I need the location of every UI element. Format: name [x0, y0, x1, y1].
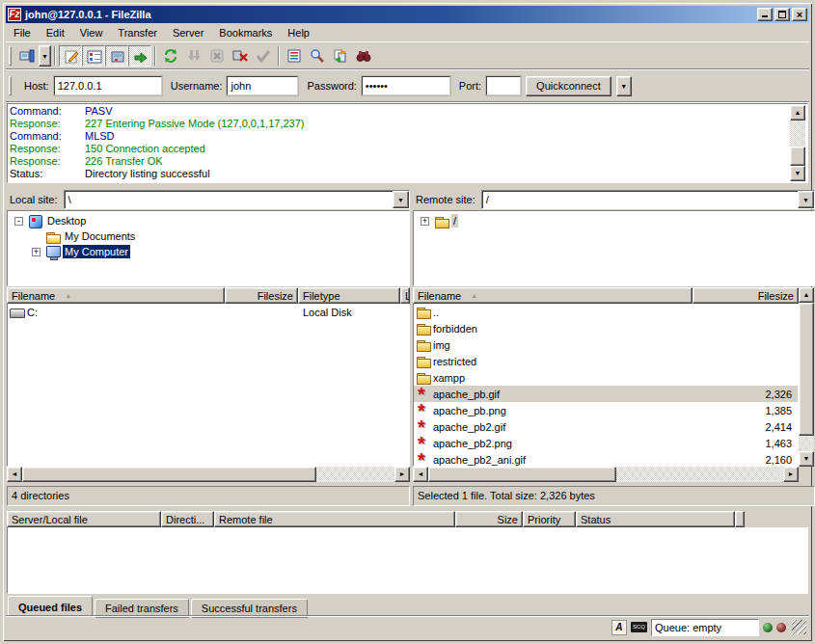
column-header-clipped[interactable]: L: [400, 287, 410, 304]
column-header-priority[interactable]: Priority: [523, 511, 576, 527]
speed-limit-badge-icon[interactable]: SCQ: [631, 622, 647, 632]
file-type: Local Disk: [299, 307, 401, 318]
scroll-thumb[interactable]: [428, 467, 616, 482]
file-row[interactable]: forbidden: [414, 320, 798, 336]
tree-expander[interactable]: -: [14, 217, 23, 226]
toggle-message-log-button[interactable]: [59, 45, 82, 67]
column-header-direction[interactable]: Directi...: [161, 511, 214, 527]
column-header-remote-file[interactable]: Remote file: [214, 511, 455, 527]
column-header-filename[interactable]: Filename▲: [413, 287, 693, 304]
remote-list-header: Filename▲ Filesize: [413, 287, 799, 304]
file-row[interactable]: restricted: [414, 353, 798, 369]
refresh-button[interactable]: [159, 45, 182, 67]
quickconnect-dropdown[interactable]: ▼: [616, 76, 632, 96]
toggle-queue-button[interactable]: [128, 45, 151, 67]
resize-grip[interactable]: [792, 620, 806, 634]
scroll-left-button[interactable]: ◄: [413, 467, 428, 482]
transfer-type-indicator-icon[interactable]: A: [611, 620, 627, 635]
close-button[interactable]: ×: [792, 8, 807, 21]
site-manager-button[interactable]: [15, 45, 39, 67]
scroll-thumb[interactable]: [799, 303, 814, 436]
reconnect-button[interactable]: [252, 45, 275, 67]
column-header-filesize[interactable]: Filesize: [693, 287, 799, 304]
file-row[interactable]: apache_pb2.png 1,463: [414, 435, 798, 451]
queue-tab[interactable]: Queued files: [8, 596, 93, 617]
maximize-button[interactable]: [774, 8, 790, 21]
transfer-queue: Server/Local file Directi... Remote file…: [7, 511, 808, 594]
filter-button[interactable]: [283, 45, 306, 67]
log-line-text: 150 Connection accepted: [85, 143, 205, 155]
scroll-right-button[interactable]: ►: [783, 467, 799, 482]
toolbar-grip[interactable]: [9, 46, 12, 66]
compare-button[interactable]: [306, 45, 329, 67]
port-input[interactable]: [486, 76, 521, 95]
file-row[interactable]: C: Local Disk: [8, 304, 409, 320]
log-line-label: Response:: [10, 118, 85, 130]
column-header-size[interactable]: Size: [455, 511, 523, 527]
toggle-local-tree-button[interactable]: [82, 45, 105, 67]
tree-expander[interactable]: +: [421, 217, 429, 226]
combo-dropdown-button[interactable]: ▼: [393, 191, 409, 208]
local-site-value: \: [65, 191, 393, 208]
password-input[interactable]: [362, 76, 450, 95]
scroll-left-button[interactable]: ◄: [7, 467, 22, 482]
file-row[interactable]: img: [414, 336, 798, 353]
column-header-server-local-file[interactable]: Server/Local file: [7, 511, 161, 527]
remote-site-combobox[interactable]: / ▼: [481, 190, 815, 209]
scroll-up-button[interactable]: ▲: [799, 287, 814, 303]
local-site-combobox[interactable]: \ ▼: [64, 190, 410, 209]
scroll-down-button[interactable]: ▼: [799, 451, 814, 467]
image-file-icon: [416, 403, 431, 417]
scroll-down-button[interactable]: ▼: [790, 166, 805, 181]
minimize-button[interactable]: [757, 8, 773, 21]
site-manager-dropdown[interactable]: ▼: [39, 45, 51, 67]
local-tree-icon: [87, 49, 102, 65]
menu-item[interactable]: Bookmarks: [211, 25, 280, 40]
file-row[interactable]: apache_pb2.gif 2,414: [414, 418, 798, 435]
computer-icon: [45, 245, 61, 259]
column-header-status[interactable]: Status: [576, 511, 735, 527]
tree-expander[interactable]: +: [32, 248, 41, 256]
host-input[interactable]: [54, 76, 162, 95]
column-header-filename[interactable]: Filename▲: [7, 287, 225, 304]
refresh-icon: [163, 48, 178, 64]
tree-item[interactable]: + /: [414, 213, 814, 228]
remote-tree-icon: [110, 49, 125, 65]
combo-dropdown-button[interactable]: ▼: [798, 191, 814, 208]
username-input[interactable]: [227, 76, 298, 95]
scroll-thumb[interactable]: [790, 147, 805, 166]
scroll-right-button[interactable]: ►: [394, 467, 410, 482]
column-header-filesize[interactable]: Filesize: [225, 287, 298, 304]
tree-item[interactable]: - Desktop: [8, 213, 409, 228]
menu-item[interactable]: View: [72, 25, 111, 40]
file-row[interactable]: xampp: [414, 369, 798, 386]
menu-item[interactable]: Help: [280, 25, 317, 40]
file-row[interactable]: ..: [414, 304, 798, 320]
cancel-operation-button[interactable]: [205, 45, 229, 67]
menu-item[interactable]: Transfer: [110, 25, 165, 40]
menu-item[interactable]: Server: [165, 25, 211, 40]
file-row[interactable]: apache_pb.png 1,385: [414, 402, 798, 418]
toggle-remote-tree-button[interactable]: [105, 45, 128, 67]
file-row[interactable]: apache_pb2_ani.gif 2,160: [414, 451, 798, 467]
column-header-filetype[interactable]: Filetype: [298, 287, 400, 304]
log-line-label: Command:: [10, 130, 85, 143]
tree-item[interactable]: + My Computer: [8, 244, 409, 259]
quickconnect-grip[interactable]: [9, 76, 12, 95]
scroll-thumb[interactable]: [22, 467, 316, 482]
find-button[interactable]: [352, 45, 375, 67]
disconnect-button[interactable]: [229, 45, 252, 67]
file-size: 1,385: [693, 405, 798, 416]
quickconnect-bar: Host: Username: Password: Port: Quickcon…: [6, 70, 809, 102]
column-header-filler: [735, 511, 745, 527]
menu-item[interactable]: File: [6, 25, 39, 40]
quickconnect-button[interactable]: Quickconnect: [526, 76, 611, 96]
menu-item[interactable]: Edit: [39, 25, 72, 40]
scroll-up-button[interactable]: ▲: [790, 105, 805, 121]
process-queue-button[interactable]: [182, 45, 205, 67]
tree-item[interactable]: My Documents: [8, 228, 409, 244]
tree-item-label: /: [451, 214, 458, 228]
file-row[interactable]: apache_pb.gif 2,326: [414, 386, 798, 402]
folder-icon: [434, 214, 449, 228]
synchronized-browsing-button[interactable]: [329, 45, 352, 67]
